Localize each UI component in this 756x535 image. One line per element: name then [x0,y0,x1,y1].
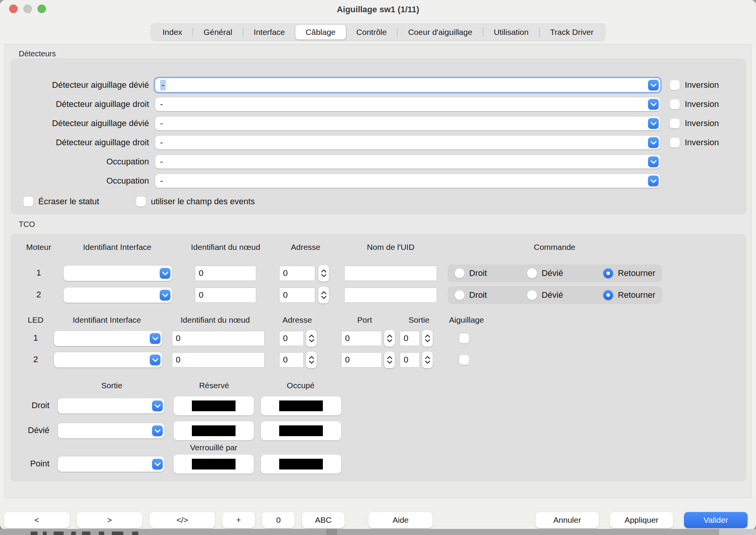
moteur-2-node-input[interactable] [195,287,256,303]
detector-deviated-1-dropdown[interactable]: - [155,78,660,92]
moteur-1-address-input[interactable] [279,266,315,281]
led-1-port-input[interactable] [341,331,382,346]
detector-row: Occupation - [11,171,746,190]
led-2-output-input[interactable] [400,352,420,368]
devie-occupied-color-well[interactable] [261,421,341,440]
tab-utilisation[interactable]: Utilisation [483,25,539,39]
chevron-down-icon [648,118,659,129]
help-button[interactable]: Aide [368,512,433,528]
xml-button[interactable]: </> [149,512,215,528]
moteur-1-node-input[interactable] [195,266,256,281]
moteur-1-uid-input[interactable] [344,266,437,281]
devie-output-dropdown[interactable] [58,423,164,438]
inversion-checkbox-4[interactable] [670,138,680,148]
cancel-button[interactable]: Annuler [535,512,599,528]
moteur-2-uid-input[interactable] [344,287,437,303]
tab-cablage[interactable]: Câblage [295,25,346,39]
droit-occupied-color-well[interactable] [261,396,341,415]
zero-button[interactable]: 0 [262,512,295,528]
led-1-aiguillage-checkbox[interactable] [459,333,469,343]
occupation-1-dropdown[interactable]: - [155,155,660,169]
radio-droit[interactable]: Droit [455,268,487,278]
address-header: Adresse [291,243,320,252]
moteur-2-interface-dropdown[interactable] [64,287,172,303]
droit-reserved-color-well[interactable] [173,396,254,415]
prev-button[interactable]: < [4,512,70,528]
tab-index[interactable]: Index [152,25,192,39]
inversion-label: Inversion [685,138,719,148]
chevron-down-icon [152,459,163,469]
droit-row-label: Droit [11,400,49,410]
tab-bar: Index Général Interface Câblage Contrôle… [151,23,605,41]
led-2-address-input[interactable] [279,352,304,368]
led-1-output-input[interactable] [400,331,420,346]
point-locked-color-well[interactable] [173,455,254,474]
point-output-dropdown[interactable] [58,456,164,472]
tab-general[interactable]: Général [193,25,243,39]
led-header: LED [28,315,44,325]
led-2-port-stepper[interactable] [384,351,395,368]
moteur-2-address-input[interactable] [279,287,315,303]
inversion-checkbox-2[interactable] [670,99,680,109]
droit-output-dropdown[interactable] [58,398,164,414]
chevron-down-icon [152,400,163,411]
point-occupied-color-well[interactable] [261,455,341,474]
detector-row: Détecteur aiguillage droit - Inversion [11,133,746,152]
moteur-row-number: 1 [26,268,51,278]
chevron-down-icon [425,361,430,364]
detector-straight-2-dropdown[interactable]: - [155,136,660,149]
validate-button[interactable]: Valider [684,512,748,528]
apply-button[interactable]: Appliquer [610,512,673,528]
tab-track-driver[interactable]: Track Driver [540,25,604,39]
led-1-address-stepper[interactable] [306,330,317,347]
add-button[interactable]: + [222,512,255,528]
led-1-port-stepper[interactable] [384,330,395,347]
detector-straight-1-dropdown[interactable]: - [155,97,660,111]
radio-droit[interactable]: Droit [455,290,487,300]
radio-retourner[interactable]: Retourner [603,268,655,278]
detector-row: Détecteur aiguillage dévié - Inversion [11,114,746,133]
dropdown-value: - [160,80,166,90]
overwrite-status-checkbox[interactable] [23,197,33,207]
detector-row: Détecteur aiguillage droit - Inversion [11,95,746,114]
occupation-2-dropdown[interactable]: - [155,174,660,188]
chevron-down-icon [425,339,430,342]
led-1-interface-dropdown[interactable] [54,331,162,346]
led-2-interface-dropdown[interactable] [54,352,162,368]
color-swatch [279,459,323,469]
led-2-output-stepper[interactable] [422,351,433,368]
dialog-window: Aiguillage sw1 (1/11) Index Général Inte… [0,0,756,530]
led-2-node-input[interactable] [172,352,265,368]
radio-devie[interactable]: Dévié [527,290,563,300]
abc-button[interactable]: ABC [302,512,345,528]
led-2-port-input[interactable] [341,352,382,368]
led-2-aiguillage-checkbox[interactable] [459,355,469,365]
radio-devie[interactable]: Dévié [527,268,563,278]
tab-controle[interactable]: Contrôle [346,25,397,39]
tab-coeur-aiguillage[interactable]: Coeur d'aiguillage [398,25,483,39]
detector-deviated-2-dropdown[interactable]: - [155,117,660,130]
moteur-2-address-stepper[interactable] [318,287,329,304]
led-2-address-stepper[interactable] [306,351,317,368]
led-1-output-stepper[interactable] [422,330,433,347]
inversion-label: Inversion [685,80,719,90]
chevron-up-icon [309,356,314,359]
use-events-field-checkbox[interactable] [136,197,146,207]
detector-options-row: Écraser le statut utiliser le champ des … [11,194,746,209]
devie-reserved-color-well[interactable] [173,421,254,440]
next-button[interactable]: > [77,512,142,528]
tab-interface[interactable]: Interface [243,25,295,39]
chevron-down-icon [309,339,314,342]
inversion-checkbox-1[interactable] [670,80,680,90]
led-1-node-input[interactable] [172,331,265,346]
led-1-address-input[interactable] [279,331,304,346]
chevron-down-icon [152,425,163,436]
dropdown-value: - [160,176,163,186]
inversion-checkbox-3[interactable] [670,118,680,128]
use-events-field-label: utiliser le champ des events [151,197,255,207]
radio-retourner[interactable]: Retourner [603,290,655,300]
moteur-1-interface-dropdown[interactable] [64,266,172,281]
dropdown-value: - [160,99,163,109]
moteur-1-address-stepper[interactable] [318,265,329,282]
chevron-down-icon [150,354,160,365]
